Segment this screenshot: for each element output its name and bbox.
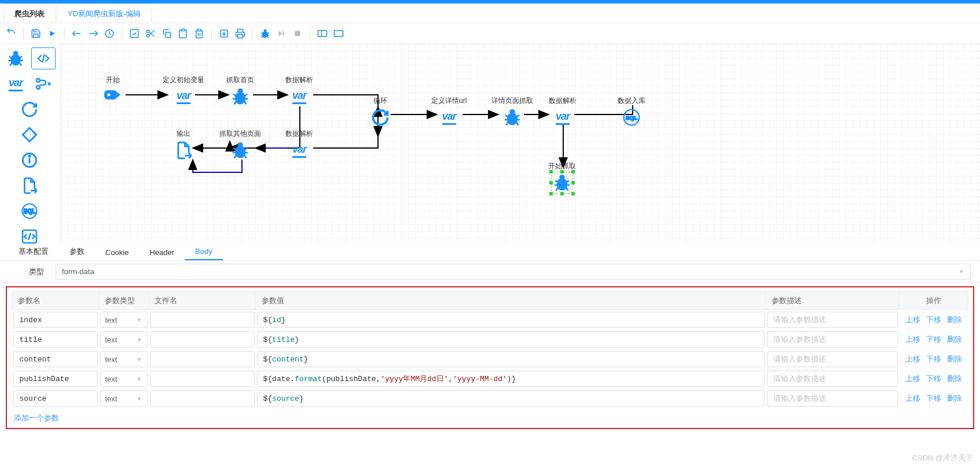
palette-bug-icon[interactable] <box>3 47 28 69</box>
add-param-link[interactable]: 添加一个参数 <box>14 413 59 423</box>
node-detail-fetch[interactable]: 详情页面抓取 <box>491 96 533 128</box>
move-up-link[interactable]: 上移 <box>905 315 920 325</box>
watermark: CSDN @泽济天下 <box>912 453 973 463</box>
node-fetch-home[interactable]: 抓取首页 <box>226 75 254 107</box>
move-down-link[interactable]: 下移 <box>926 354 941 364</box>
svg-point-37 <box>237 88 243 94</box>
param-type-select[interactable]: text▼ <box>100 331 148 348</box>
param-desc-input[interactable]: 请输入参数描述 <box>767 371 898 387</box>
chevron-down-icon: ▼ <box>137 317 142 323</box>
history-icon[interactable] <box>102 26 117 41</box>
import-icon[interactable] <box>216 26 232 41</box>
param-type-select[interactable]: text▼ <box>100 312 148 328</box>
move-up-link[interactable]: 上移 <box>905 374 920 384</box>
tab-basic[interactable]: 基本配置 <box>8 243 59 260</box>
palette-code-icon[interactable] <box>31 47 56 69</box>
step-icon <box>274 26 289 41</box>
param-value-input[interactable]: ${date.format(publishDate,'yyyy年MM月dd日',… <box>257 371 765 387</box>
palette-loop-icon[interactable] <box>3 98 56 120</box>
move-down-link[interactable]: 下移 <box>926 374 941 384</box>
back-icon[interactable] <box>69 26 85 41</box>
param-desc-input[interactable]: 请输入参数描述 <box>767 351 898 367</box>
param-desc-input[interactable]: 请输入参数描述 <box>767 390 898 407</box>
param-type-select[interactable]: text▼ <box>100 371 148 387</box>
param-value-input[interactable]: ${source} <box>257 390 765 407</box>
param-file-input[interactable] <box>150 331 255 348</box>
param-desc-input[interactable]: 请输入参数描述 <box>767 331 898 348</box>
debug-icon[interactable] <box>258 26 273 41</box>
svg-point-16 <box>13 51 19 56</box>
move-down-link[interactable]: 下移 <box>926 334 941 345</box>
param-file-input[interactable] <box>150 312 255 328</box>
tab-cookie[interactable]: Cookie <box>95 245 139 260</box>
fullscreen-icon[interactable] <box>331 26 346 41</box>
param-name-input[interactable]: source <box>13 390 98 407</box>
node-parse-3[interactable]: 数据解析var <box>549 96 577 128</box>
undo-icon[interactable] <box>3 26 19 41</box>
svg-point-18 <box>36 86 40 89</box>
move-down-link[interactable]: 下移 <box>926 393 941 404</box>
palette-sql-icon[interactable]: SQL <box>3 200 56 222</box>
cut-icon[interactable] <box>143 26 158 41</box>
delete-link[interactable]: 删除 <box>947 334 962 345</box>
delete-link[interactable]: 删除 <box>947 315 962 325</box>
node-parse-1[interactable]: 数据解析var <box>285 75 313 107</box>
svg-point-2 <box>146 30 149 33</box>
param-value-input[interactable]: ${content} <box>257 351 765 367</box>
select-all-icon[interactable] <box>127 26 142 41</box>
param-file-input[interactable] <box>150 371 255 387</box>
param-type-select[interactable]: text▼ <box>100 390 148 407</box>
param-value-input[interactable]: ${id} <box>257 312 765 328</box>
paste-icon[interactable] <box>175 26 190 41</box>
move-up-link[interactable]: 上移 <box>905 354 920 364</box>
param-name-input[interactable]: index <box>13 312 98 328</box>
node-store[interactable]: 数据入库SQL <box>618 96 645 128</box>
tab-body[interactable]: Body <box>185 243 223 260</box>
tab-header[interactable]: Header <box>139 245 185 260</box>
palette-info-icon[interactable] <box>3 149 56 171</box>
palette-diamond-icon[interactable] <box>3 124 56 146</box>
tab-params[interactable]: 参数 <box>59 243 95 260</box>
layout-toggle-icon[interactable] <box>315 26 330 41</box>
param-name-input[interactable]: publishDate <box>13 371 98 387</box>
node-loop[interactable]: 循环 <box>370 96 391 128</box>
copy-icon[interactable] <box>159 26 174 41</box>
palette-file-out-icon[interactable] <box>3 175 56 197</box>
param-type-select[interactable]: text▼ <box>100 351 148 367</box>
print-icon[interactable] <box>233 26 248 41</box>
param-file-input[interactable] <box>150 351 255 367</box>
node-start[interactable]: 开始 <box>102 75 123 107</box>
move-down-link[interactable]: 下移 <box>926 315 941 325</box>
param-file-input[interactable] <box>150 390 255 407</box>
move-up-link[interactable]: 上移 <box>905 334 920 345</box>
stop-icon <box>290 26 305 41</box>
node-detail-url[interactable]: 定义详情urlvar <box>431 96 467 128</box>
param-name-input[interactable]: content <box>13 351 98 367</box>
param-name-input[interactable]: title <box>13 331 98 348</box>
flow-canvas[interactable]: 开始 定义初始变量var 抓取首页 数据解析var 输出 抓取其他页面 数据解析… <box>61 44 980 242</box>
col-type: 参数类型 <box>99 291 149 310</box>
tab-spider-edit[interactable]: YD新闻爬虫新版-编辑 <box>57 3 152 23</box>
config-tabs: 基本配置 参数 Cookie Header Body <box>0 242 980 261</box>
delete-icon[interactable] <box>192 26 207 41</box>
delete-link[interactable]: 删除 <box>947 393 962 404</box>
type-select[interactable]: form-data▼ <box>56 264 971 280</box>
palette-var-icon[interactable]: var <box>3 73 28 95</box>
node-fetch-other[interactable]: 抓取其他页面 <box>219 129 261 161</box>
body-type-row: 类型 form-data▼ <box>0 261 980 283</box>
node-parse-2[interactable]: 数据解析var <box>285 129 313 161</box>
move-up-link[interactable]: 上移 <box>905 393 920 404</box>
delete-link[interactable]: 删除 <box>947 374 962 384</box>
node-output[interactable]: 输出 <box>173 129 194 161</box>
node-init-var[interactable]: 定义初始变量var <box>163 75 204 107</box>
save-icon[interactable] <box>28 26 43 41</box>
palette-branch-icon[interactable] <box>31 73 56 95</box>
svg-rect-10 <box>282 31 284 36</box>
tab-spider-list[interactable]: 爬虫列表 <box>3 3 56 23</box>
delete-link[interactable]: 删除 <box>947 354 962 364</box>
node-start-fetch-selected[interactable]: 开始抓取 <box>548 161 576 193</box>
param-desc-input[interactable]: 请输入参数描述 <box>767 312 898 328</box>
param-value-input[interactable]: ${title} <box>257 331 765 348</box>
play-icon[interactable] <box>45 26 60 41</box>
forward-icon[interactable] <box>86 26 101 41</box>
